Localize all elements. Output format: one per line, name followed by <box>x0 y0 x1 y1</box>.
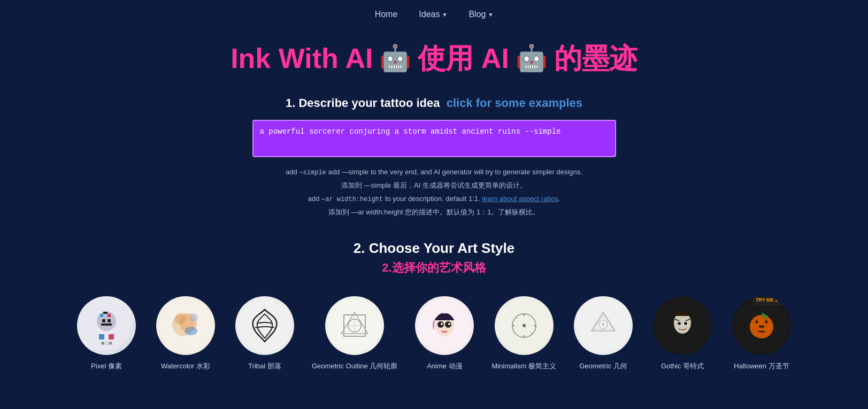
art-style-circle-minimalism <box>495 296 554 355</box>
svg-rect-1 <box>100 314 103 317</box>
nav-home[interactable]: Home <box>375 10 398 19</box>
art-style-item-pixel[interactable]: ◼◻◼ Pixel 像素 <box>74 296 139 371</box>
robot-icon-1: 🤖 <box>379 43 411 74</box>
svg-rect-2 <box>103 312 107 314</box>
art-style-label-geometric-outline: Geometric Outline 几何轮廓 <box>312 361 397 371</box>
svg-point-22 <box>445 321 451 328</box>
art-style-circle-watercolor <box>156 296 215 355</box>
svg-point-26 <box>523 324 526 327</box>
svg-rect-4 <box>102 319 105 322</box>
step1-heading-text: 1. Describe your tattoo idea <box>286 96 440 110</box>
svg-point-12 <box>175 314 186 325</box>
art-style-circle-anime <box>415 296 474 355</box>
hint1-en-text: add —simple to the very end, and AI gene… <box>328 168 582 176</box>
svg-line-31 <box>516 318 518 319</box>
svg-point-24 <box>448 323 450 325</box>
hero-title-en: Ink With AI <box>231 42 373 75</box>
svg-point-14 <box>189 313 198 322</box>
svg-point-13 <box>185 327 197 335</box>
tattoo-description-input[interactable]: a powerful sorcerer conjuring a storm am… <box>252 120 616 157</box>
chevron-down-icon: ▼ <box>442 12 447 18</box>
hint1-en: add —simple add —simple to the very end,… <box>11 166 857 179</box>
chevron-down-icon: ▼ <box>488 12 493 18</box>
nav-blog-dropdown[interactable]: Blog ▼ <box>468 10 493 19</box>
art-style-item-gothic[interactable]: Gothic 哥特式 <box>650 296 715 371</box>
step2-section: 2. Choose Your Art Style 2.选择你的艺术风格 <box>0 224 868 296</box>
examples-link[interactable]: click for some examples <box>447 96 582 110</box>
art-style-item-geometric[interactable]: Geometric 几何 <box>571 296 635 371</box>
svg-rect-6 <box>101 323 112 326</box>
art-style-circle-geometric-outline <box>325 296 384 355</box>
svg-point-0 <box>97 312 116 331</box>
art-style-item-tribal[interactable]: Tribal 部落 <box>233 296 297 371</box>
svg-point-44 <box>684 322 687 325</box>
art-style-label-geometric: Geometric 几何 <box>579 361 627 371</box>
hero-title: Ink With AI 🤖 使用 AI 🤖 的墨迹 <box>11 42 857 75</box>
step1-section: 1. Describe your tattoo idea click for s… <box>0 80 868 224</box>
art-style-item-halloween[interactable]: TRY ME 试试我Halloween 万圣节 <box>729 296 794 371</box>
hero-title-zh: 使用 AI <box>418 42 509 75</box>
hints-section: add —simple add —simple to the very end,… <box>11 166 857 219</box>
svg-line-32 <box>531 332 532 334</box>
art-style-circle-halloween: TRY ME 试试我 <box>732 296 791 355</box>
svg-text:◼◻◼: ◼◻◼ <box>101 341 112 345</box>
art-style-label-gothic: Gothic 哥特式 <box>661 361 704 371</box>
art-style-item-geometric-outline[interactable]: Geometric Outline 几何轮廓 <box>312 296 397 371</box>
svg-rect-3 <box>107 314 111 317</box>
art-style-circle-pixel: ◼◻◼ <box>77 296 136 355</box>
art-style-label-pixel: Pixel 像素 <box>91 361 122 371</box>
svg-point-23 <box>441 323 443 325</box>
svg-rect-7 <box>99 334 104 339</box>
nav-blog-label: Blog <box>468 10 486 19</box>
art-style-circle-geometric <box>574 296 633 355</box>
svg-point-43 <box>678 322 681 325</box>
hint2-zh: 添加到 —ar width:height 您的描述中。默认值为 1：1。了解纵横… <box>11 206 857 219</box>
simple-flag: —simple <box>299 169 326 176</box>
svg-point-21 <box>437 321 444 328</box>
art-style-circle-tribal <box>235 296 294 355</box>
hero-title-zh2: 的墨迹 <box>554 42 637 75</box>
aspect-ratio-link[interactable]: learn about aspect ratios <box>482 195 558 203</box>
step2-heading: 2. Choose Your Art Style <box>11 240 857 257</box>
hint2-en: add —ar width:height to your description… <box>11 192 857 206</box>
nav-ideas-dropdown[interactable]: Ideas ▼ <box>419 10 447 19</box>
art-style-item-minimalism[interactable]: Minimalism 极简主义 <box>491 296 556 371</box>
navigation: Home Ideas ▼ Blog ▼ <box>0 0 868 27</box>
hint1-zh: 添加到 —simple 最后，AI 生成器将尝试生成更简单的设计。 <box>11 179 857 192</box>
art-styles-grid: ◼◻◼ Pixel 像素 Watercolor 水彩 Tribal 部落 Geo… <box>0 296 868 387</box>
art-style-item-anime[interactable]: Anime 动漫 <box>412 296 477 371</box>
try-me-badge: TRY ME 试试我 <box>753 296 791 305</box>
art-style-label-watercolor: Watercolor 水彩 <box>161 361 210 371</box>
step1-heading: 1. Describe your tattoo idea click for s… <box>11 96 857 110</box>
robot-icon-2: 🤖 <box>516 43 548 74</box>
art-style-label-minimalism: Minimalism 极简主义 <box>491 361 556 371</box>
art-style-item-watercolor[interactable]: Watercolor 水彩 <box>153 296 218 371</box>
nav-ideas-label: Ideas <box>419 10 440 19</box>
svg-rect-8 <box>109 334 114 339</box>
ar-flag: —ar width:height <box>321 196 383 203</box>
svg-rect-5 <box>107 319 111 322</box>
art-style-circle-gothic <box>653 296 712 355</box>
textarea-wrapper: a powerful sorcerer conjuring a storm am… <box>11 120 857 157</box>
step2-subheading: 2.选择你的艺术风格 <box>11 260 857 276</box>
art-style-label-halloween: Halloween 万圣节 <box>734 361 789 371</box>
art-style-label-tribal: Tribal 部落 <box>248 361 281 371</box>
art-style-label-anime: Anime 动漫 <box>427 361 462 371</box>
hero-section: Ink With AI 🤖 使用 AI 🤖 的墨迹 <box>0 27 868 80</box>
